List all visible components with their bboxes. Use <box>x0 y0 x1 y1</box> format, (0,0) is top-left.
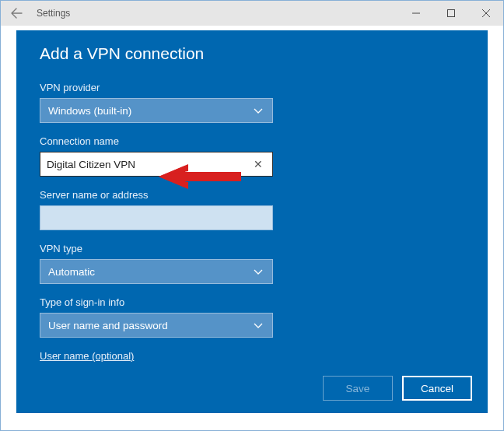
field-vpn-type: VPN type Automatic <box>40 243 464 284</box>
clear-icon[interactable]: ✕ <box>250 158 266 170</box>
input-connection-name[interactable] <box>47 159 250 170</box>
vpn-dialog: Add a VPN connection VPN provider Window… <box>16 30 488 413</box>
select-signin-value: User name and password <box>48 320 168 331</box>
dialog-footer: Save Cancel <box>323 376 472 401</box>
settings-window: Settings Add a VPN connection VPN provid… <box>0 0 504 431</box>
label-vpn-type: VPN type <box>40 243 464 254</box>
select-vpn-provider[interactable]: Windows (built-in) <box>40 98 273 123</box>
chevron-down-icon <box>249 99 268 122</box>
arrow-left-icon <box>10 7 23 19</box>
label-username: User name (optional) <box>40 350 464 362</box>
field-vpn-provider: VPN provider Windows (built-in) <box>40 82 464 123</box>
window-controls <box>398 1 503 26</box>
chevron-down-icon <box>249 314 268 337</box>
background-strip <box>16 416 488 430</box>
select-signin[interactable]: User name and password <box>40 313 273 338</box>
input-server[interactable] <box>47 212 266 224</box>
minimize-icon <box>412 9 420 17</box>
label-server: Server name or address <box>40 189 464 201</box>
chevron-down-icon <box>249 260 268 283</box>
save-button[interactable]: Save <box>323 376 393 401</box>
field-signin: Type of sign-in info User name and passw… <box>40 296 464 338</box>
cancel-button[interactable]: Cancel <box>402 376 472 401</box>
select-vpn-type[interactable]: Automatic <box>40 259 273 284</box>
maximize-icon <box>447 9 455 17</box>
dialog-heading: Add a VPN connection <box>16 30 488 71</box>
close-icon <box>482 9 490 17</box>
label-connection-name: Connection name <box>40 135 464 147</box>
form-area: VPN provider Windows (built-in) Connecti… <box>40 74 464 363</box>
close-button[interactable] <box>468 1 503 26</box>
input-connection-name-wrapper: ✕ <box>40 152 273 177</box>
titlebar: Settings <box>1 1 503 26</box>
svg-rect-1 <box>447 10 454 17</box>
minimize-button[interactable] <box>398 1 433 26</box>
field-connection-name: Connection name ✕ <box>40 135 464 177</box>
input-server-wrapper <box>40 205 273 230</box>
label-vpn-provider: VPN provider <box>40 82 464 93</box>
label-signin: Type of sign-in info <box>40 296 464 308</box>
select-vpn-type-value: Automatic <box>48 266 95 278</box>
maximize-button[interactable] <box>433 1 468 26</box>
field-server: Server name or address <box>40 189 464 230</box>
select-vpn-provider-value: Windows (built-in) <box>48 105 131 117</box>
back-button[interactable] <box>1 1 32 26</box>
cancel-button-label: Cancel <box>421 383 453 394</box>
save-button-label: Save <box>346 383 370 394</box>
window-title: Settings <box>37 8 70 19</box>
field-username: User name (optional) <box>40 350 464 362</box>
